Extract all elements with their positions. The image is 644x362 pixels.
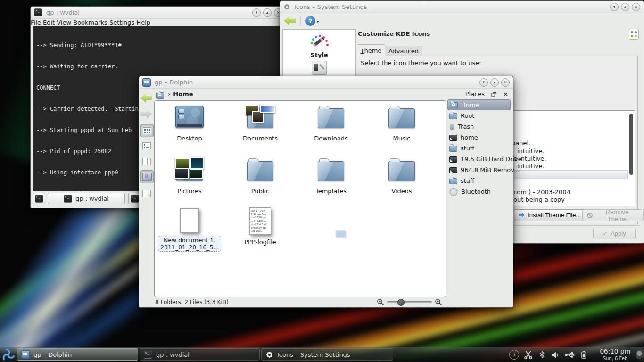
- back-button[interactable]: [284, 16, 296, 25]
- places-item-bluetooth[interactable]: Bluetooth: [447, 186, 511, 197]
- notifications-icon[interactable]: i: [509, 350, 519, 360]
- pictures-folder-icon: [176, 161, 203, 181]
- tab-theme[interactable]: Theme: [357, 44, 385, 57]
- places-item-removable[interactable]: 964.8 MiB Remov...: [447, 165, 511, 175]
- sidebar-item-style-label: Style: [283, 51, 355, 58]
- menu-edit[interactable]: Edit: [43, 19, 55, 26]
- minimize-button[interactable]: ▾: [252, 8, 261, 17]
- dolphin-file-view[interactable]: Desktop Documents Downloads Music Pictur…: [154, 100, 446, 297]
- konsole-tab[interactable]: gp : wvdial: [48, 193, 125, 204]
- task-dolphin[interactable]: gp – Dolphin: [17, 348, 138, 361]
- close-button[interactable]: ×: [632, 3, 640, 11]
- folder-item-downloads[interactable]: Downloads: [298, 104, 364, 142]
- close-button[interactable]: ×: [501, 78, 510, 87]
- folder-item-public[interactable]: Public: [227, 156, 293, 195]
- select-theme-label: Select the icon theme you want to use:: [361, 59, 481, 66]
- panel-toolbox-cashew[interactable]: [636, 348, 644, 361]
- usb-device-notifier-icon[interactable]: [564, 350, 575, 360]
- menu-settings[interactable]: Settings: [109, 19, 134, 26]
- dolphin-titlebar[interactable]: gp – Dolphin ▾ ▴ ×: [139, 76, 513, 89]
- folder-item-documents[interactable]: Documents: [227, 104, 293, 142]
- places-item-home-drive[interactable]: home: [447, 132, 511, 143]
- zoom-out-icon[interactable]: [377, 298, 384, 306]
- help-button[interactable]: ?▾: [305, 16, 315, 26]
- places-item-home[interactable]: Home: [447, 99, 511, 110]
- folder-item-desktop[interactable]: Desktop: [157, 104, 223, 142]
- places-item-stuff2[interactable]: stuff: [447, 175, 511, 186]
- zoom-slider-knob[interactable]: [397, 299, 405, 306]
- drag-ghost-icon: [336, 230, 346, 238]
- details-view-button[interactable]: [140, 140, 153, 152]
- file-item-ppp-logfile[interactable]: Jan 17 09:4 7:18 gp-Asp ire-5738 pp pd[1…: [227, 204, 293, 246]
- logfile-preview-icon: Jan 17 09:4 7:18 gp-Asp ire-5738 pp pd[1…: [249, 207, 271, 235]
- klipper-scissors-icon[interactable]: [523, 350, 533, 360]
- menu-help[interactable]: Help: [136, 19, 150, 26]
- preview-button[interactable]: [140, 170, 154, 183]
- breadcrumb-home-button[interactable]: [156, 90, 165, 98]
- places-item-hard-drive[interactable]: 19.5 GiB Hard Drive: [447, 154, 511, 165]
- install-theme-button[interactable]: Install Theme File...: [514, 209, 586, 221]
- zoom-slider[interactable]: [387, 301, 432, 303]
- folder-item-videos[interactable]: Videos: [369, 156, 435, 195]
- konsole-titlebar[interactable]: gp : wvdial ▾ ▴ ×: [31, 7, 286, 19]
- folder-icon: [318, 108, 344, 128]
- konsole-window-title: gp : wvdial: [46, 9, 80, 16]
- forward-button[interactable]: [140, 108, 152, 120]
- places-item-trash[interactable]: Trash: [447, 121, 511, 132]
- close-panel-icon[interactable]: ×: [503, 91, 508, 97]
- document-file-icon: [180, 208, 199, 233]
- terminal-icon: [35, 195, 43, 203]
- maximize-button[interactable]: ▴: [263, 8, 272, 17]
- columns-view-button[interactable]: [140, 155, 153, 167]
- maximize-button[interactable]: ▴: [490, 78, 499, 87]
- scrollbar-thumb[interactable]: [629, 114, 633, 175]
- bluetooth-icon[interactable]: [537, 350, 546, 359]
- menu-file[interactable]: File: [31, 19, 41, 26]
- file-item-new-document[interactable]: New document 1. 2011_01_20_16_5...: [157, 204, 223, 252]
- taskbar: gp – Dolphin gp : wvdial Icons – System …: [0, 347, 644, 362]
- task-konsole[interactable]: gp : wvdial: [140, 348, 260, 361]
- float-panel-icon[interactable]: [491, 91, 496, 97]
- folder-item-pictures[interactable]: Pictures: [157, 156, 223, 195]
- maximize-button[interactable]: ▴: [621, 3, 629, 11]
- gear-icon: [283, 3, 290, 10]
- terminal-icon: [131, 195, 139, 203]
- places-item-stuff[interactable]: stuff: [447, 143, 511, 154]
- folder-icon: [388, 108, 415, 128]
- back-button[interactable]: [140, 92, 152, 104]
- terminal-icon: [64, 195, 72, 203]
- breadcrumb-separator-icon: ›: [168, 90, 170, 98]
- folder-item-music[interactable]: Music: [369, 104, 435, 142]
- menu-view[interactable]: View: [57, 19, 71, 26]
- task-system-settings[interactable]: Icons – System Settings: [261, 348, 393, 361]
- status-text: 8 Folders, 2 Files (3.3 KiB): [155, 299, 229, 305]
- icons-view-button[interactable]: [140, 124, 154, 137]
- minimize-button[interactable]: ▾: [479, 78, 488, 87]
- battery-icon[interactable]: [579, 350, 588, 360]
- minimize-button[interactable]: ▾: [610, 3, 619, 11]
- konsole-menubar: File Edit View Bookmarks Settings Help: [31, 19, 286, 26]
- launcher-button[interactable]: [1, 348, 15, 362]
- zoom-in-icon[interactable]: [435, 298, 442, 306]
- dolphin-app-icon: [142, 78, 151, 87]
- folder-item-templates[interactable]: Templates: [298, 156, 364, 195]
- apply-button[interactable]: ✓Apply: [593, 228, 636, 239]
- tab-advanced[interactable]: Advanced: [385, 46, 422, 56]
- remove-theme-button[interactable]: Remove Theme: [582, 209, 644, 221]
- sidebar-item-hardware-icon[interactable]: [312, 61, 327, 75]
- menu-bookmarks[interactable]: Bookmarks: [73, 19, 107, 26]
- toolbar-separator: [300, 16, 301, 25]
- places-item-root[interactable]: Root: [447, 110, 511, 121]
- new-tab-button[interactable]: [33, 193, 45, 204]
- distro-logo-icon: [1, 348, 15, 362]
- theme-list-text: intuitive.: [517, 148, 544, 155]
- settings-titlebar[interactable]: Icons – System Settings ▾ ▴ ×: [280, 1, 644, 13]
- overview-icon[interactable]: [629, 29, 639, 40]
- breadcrumb-home[interactable]: Home: [173, 90, 193, 98]
- konsole-app-icon: [34, 8, 42, 16]
- theme-list-text: intuitive.: [517, 163, 544, 170]
- digital-clock[interactable]: 06:10 pm Sun, 6 Feb: [597, 348, 634, 362]
- volume-icon[interactable]: [551, 350, 560, 360]
- split-view-button[interactable]: [140, 187, 153, 199]
- sidebar-item-style[interactable]: Style: [283, 33, 355, 58]
